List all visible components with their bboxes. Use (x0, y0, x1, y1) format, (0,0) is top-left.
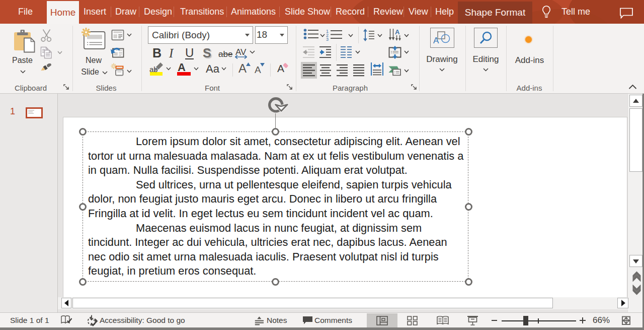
svg-text:A: A (395, 29, 400, 36)
svg-text:A: A (433, 36, 439, 45)
svg-text:3: 3 (326, 37, 329, 41)
